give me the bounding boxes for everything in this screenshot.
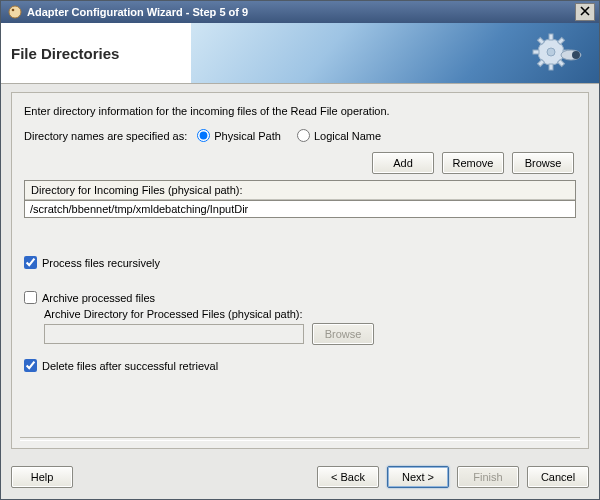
- archive-directory-input: [44, 324, 304, 344]
- svg-rect-8: [537, 59, 544, 66]
- groupbox-divider: [20, 437, 580, 441]
- spec-label: Directory names are specified as:: [24, 130, 187, 142]
- gear-icon: [531, 26, 583, 80]
- process-recursively-label: Process files recursively: [42, 257, 160, 269]
- radio-logical-name[interactable]: Logical Name: [297, 129, 381, 142]
- spec-row: Directory names are specified as: Physic…: [24, 129, 576, 142]
- main-groupbox: Enter directory information for the inco…: [11, 92, 589, 449]
- close-icon: [580, 6, 590, 18]
- window-title: Adapter Configuration Wizard - Step 5 of…: [27, 6, 575, 18]
- svg-point-0: [9, 6, 21, 18]
- wizard-window: Adapter Configuration Wizard - Step 5 of…: [0, 0, 600, 500]
- archive-browse-button: Browse: [312, 323, 374, 345]
- svg-rect-3: [549, 34, 553, 40]
- process-recursively-checkbox[interactable]: [24, 256, 37, 269]
- footer: Help < Back Next > Finish Cancel: [1, 457, 599, 499]
- archive-subblock: Archive Directory for Processed Files (p…: [44, 308, 576, 345]
- incoming-directory-header: Directory for Incoming Files (physical p…: [25, 181, 575, 200]
- radio-physical-path[interactable]: Physical Path: [197, 129, 281, 142]
- app-icon: [7, 4, 23, 20]
- radio-physical-path-label: Physical Path: [214, 130, 281, 142]
- archive-row[interactable]: Archive processed files: [24, 291, 576, 304]
- back-button[interactable]: < Back: [317, 466, 379, 488]
- page-title: File Directories: [11, 45, 119, 62]
- titlebar: Adapter Configuration Wizard - Step 5 of…: [1, 1, 599, 23]
- archive-checkbox[interactable]: [24, 291, 37, 304]
- radio-physical-path-input[interactable]: [197, 129, 210, 142]
- svg-point-13: [572, 51, 580, 59]
- radio-logical-name-label: Logical Name: [314, 130, 381, 142]
- process-recursively-row[interactable]: Process files recursively: [24, 256, 576, 269]
- archive-label: Archive processed files: [42, 292, 155, 304]
- svg-rect-10: [537, 37, 544, 44]
- body: Enter directory information for the inco…: [1, 84, 599, 457]
- finish-button: Finish: [457, 466, 519, 488]
- add-button[interactable]: Add: [372, 152, 434, 174]
- cancel-button[interactable]: Cancel: [527, 466, 589, 488]
- banner: File Directories: [1, 23, 599, 84]
- svg-rect-5: [533, 50, 539, 54]
- help-button[interactable]: Help: [11, 466, 73, 488]
- delete-after-row[interactable]: Delete files after successful retrieval: [24, 359, 576, 372]
- svg-rect-9: [557, 59, 564, 66]
- directory-buttons: Add Remove Browse: [24, 152, 574, 174]
- browse-button[interactable]: Browse: [512, 152, 574, 174]
- incoming-directory-input[interactable]: [25, 200, 575, 217]
- svg-point-1: [12, 9, 15, 12]
- svg-point-11: [547, 48, 555, 56]
- incoming-directory-box: Directory for Incoming Files (physical p…: [24, 180, 576, 218]
- svg-rect-7: [557, 37, 564, 44]
- banner-graphic: [191, 23, 599, 83]
- next-button[interactable]: Next >: [387, 466, 449, 488]
- banner-heading-area: File Directories: [1, 23, 191, 83]
- radio-logical-name-input[interactable]: [297, 129, 310, 142]
- close-button[interactable]: [575, 3, 595, 21]
- remove-button[interactable]: Remove: [442, 152, 504, 174]
- svg-rect-4: [549, 64, 553, 70]
- intro-text: Enter directory information for the inco…: [24, 105, 576, 117]
- archive-sublabel: Archive Directory for Processed Files (p…: [44, 308, 576, 320]
- delete-after-checkbox[interactable]: [24, 359, 37, 372]
- delete-after-label: Delete files after successful retrieval: [42, 360, 218, 372]
